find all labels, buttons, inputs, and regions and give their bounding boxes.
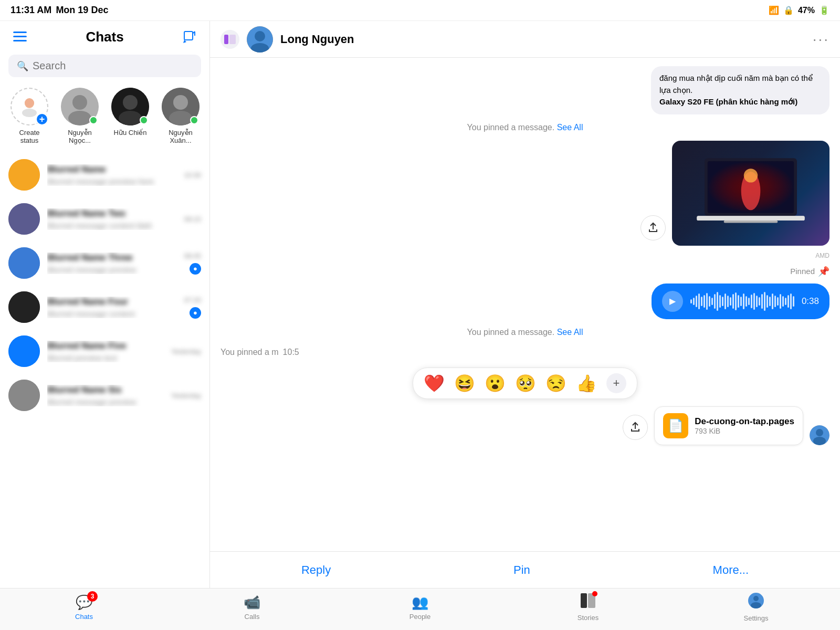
status-date: Mon 19 Dec	[56, 5, 108, 16]
chat-preview: Blurred message preview	[47, 265, 176, 274]
reaction-thumbsup[interactable]: 👍	[576, 373, 597, 393]
stories-tab-label: Stories	[578, 614, 598, 622]
story-name-3: Nguyễn Xuân...	[161, 129, 201, 144]
chat-time: Yesterday	[171, 348, 201, 355]
product-desc: đăng mua nhật dịp cuối năm mà bạn có thể…	[659, 74, 813, 94]
chat-preview: Blurred preview text	[47, 353, 164, 362]
chat-name: Blurred Name Three	[47, 253, 176, 263]
pinned-notice-3-row: You pinned a m 10:5	[220, 345, 830, 359]
calls-tab-label: Calls	[245, 613, 260, 621]
waveform-bar	[717, 292, 718, 311]
status-time: 11:31 AM	[10, 5, 51, 16]
reaction-sad[interactable]: 🥺	[515, 373, 536, 393]
online-dot-3	[190, 116, 198, 124]
waveform-bar	[738, 295, 739, 308]
contact-name: Long Nguyen	[280, 33, 805, 46]
chat-time: 07:20	[184, 296, 201, 304]
waveform-bar	[782, 296, 784, 307]
waveform-bar	[761, 294, 763, 309]
share-button-1[interactable]	[640, 215, 666, 240]
chat-time: 09:15	[184, 215, 201, 223]
chat-list-item[interactable]: Blurred Name Four Blurred message conten…	[0, 285, 209, 329]
play-button[interactable]: ▶	[662, 291, 683, 312]
svg-point-11	[72, 95, 87, 110]
reaction-wow[interactable]: 😮	[485, 373, 506, 393]
voice-duration: 0:38	[802, 296, 819, 307]
story-create-status[interactable]: + Create status	[8, 88, 50, 144]
chat-list-item[interactable]: Blurred Name Five Blurred preview text Y…	[0, 329, 209, 373]
svg-rect-26	[229, 35, 236, 44]
laptop-image-bubble	[672, 141, 830, 246]
reaction-bar: ❤️ 😆 😮 🥺 😒 👍 +	[413, 368, 637, 399]
waveform-bar	[709, 296, 710, 307]
tab-people[interactable]: 👥 People	[336, 594, 504, 625]
chat-list: Blurred Name Blurred message preview her…	[0, 153, 209, 588]
sidebar-title: Chats	[86, 29, 123, 45]
waveform-bar	[735, 292, 737, 310]
chat-meta: 10:30	[184, 171, 201, 179]
voice-msg-row: ▶ 0:38	[220, 284, 830, 319]
waveform-bar	[766, 295, 768, 308]
pinned-label-voice: Pinned 📌	[220, 266, 830, 277]
svg-rect-41	[581, 593, 587, 608]
more-options-button[interactable]: ···	[813, 31, 830, 48]
story-item-2[interactable]: Hữu Chiến	[109, 88, 151, 144]
chat-list-item[interactable]: Blurred Name Two Blurred message content…	[0, 197, 209, 241]
story-item-3[interactable]: Nguyễn Xuân...	[160, 88, 202, 144]
tab-calls[interactable]: 📹 Calls	[168, 594, 336, 625]
chat-list-item[interactable]: Blurred Name Blurred message preview her…	[0, 153, 209, 197]
chat-info: Blurred Name Blurred message preview her…	[47, 164, 176, 186]
hamburger-button[interactable]	[10, 27, 29, 46]
story-item-1[interactable]: Nguyễn Ngọc...	[59, 88, 101, 144]
story-create-label: Create status	[9, 129, 49, 144]
svg-point-45	[751, 602, 761, 608]
waveform-bar	[732, 294, 734, 309]
chat-actions-bar: Reply Pin More...	[210, 551, 840, 588]
online-dot-1	[89, 116, 98, 124]
more-button[interactable]: More...	[692, 563, 770, 577]
waveform-bar	[764, 292, 765, 311]
tab-settings[interactable]: Settings	[672, 593, 840, 626]
battery-level: 47%	[798, 6, 815, 15]
tab-chats[interactable]: 💬 3 Chats	[0, 594, 168, 625]
chat-name: Blurred Name Six	[47, 385, 164, 395]
reaction-laugh[interactable]: 😆	[454, 373, 475, 393]
svg-point-28	[255, 31, 265, 41]
see-all-link-2[interactable]: See All	[557, 328, 583, 337]
chat-name: Blurred Name Five	[47, 341, 164, 351]
file-bubble[interactable]: 📄 De-cuong-on-tap.pages 793 KiB	[654, 406, 803, 445]
compose-button[interactable]	[180, 27, 199, 46]
waveform-bar	[706, 293, 708, 310]
img-message-row	[220, 141, 830, 246]
chat-list-item[interactable]: Blurred Name Six Blurred message preview…	[0, 373, 209, 417]
chat-time: Yesterday	[171, 392, 201, 400]
search-input[interactable]	[33, 60, 193, 72]
svg-point-22	[8, 291, 40, 323]
msg-bubble-product: đăng mua nhật dịp cuối năm mà bạn có thể…	[651, 66, 830, 114]
chat-list-item[interactable]: Blurred Name Three Blurred message previ…	[0, 241, 209, 285]
reaction-angry[interactable]: 😒	[545, 373, 566, 393]
waveform-bar	[698, 293, 700, 309]
main-container: Chats 🔍	[0, 21, 840, 588]
svg-point-14	[123, 95, 138, 110]
settings-tab-icon	[748, 593, 764, 612]
chat-header: Long Nguyen ···	[210, 21, 840, 58]
chat-name: Blurred Name	[47, 164, 176, 175]
waveform-bar	[701, 297, 702, 306]
svg-point-19	[8, 159, 40, 191]
share-button-2[interactable]	[623, 415, 648, 440]
reaction-file-section: ❤️ 😆 😮 🥺 😒 👍 +	[220, 365, 830, 445]
search-icon: 🔍	[17, 60, 28, 72]
waveform-bar	[780, 294, 781, 309]
reply-button[interactable]: Reply	[280, 563, 352, 577]
waveform-bar	[777, 297, 779, 306]
reaction-heart[interactable]: ❤️	[424, 373, 445, 393]
tab-stories[interactable]: Stories	[504, 593, 672, 626]
pin-button[interactable]: Pin	[492, 563, 551, 577]
tab-bar: 💬 3 Chats 📹 Calls 👥 People Stories	[0, 588, 840, 630]
waveform-bar	[696, 296, 697, 307]
see-all-link-1[interactable]: See All	[557, 123, 583, 132]
more-reactions-button[interactable]: +	[606, 373, 626, 393]
chat-info: Blurred Name Two Blurred message content…	[47, 208, 176, 230]
sidebar-toggle-button[interactable]	[220, 30, 239, 49]
